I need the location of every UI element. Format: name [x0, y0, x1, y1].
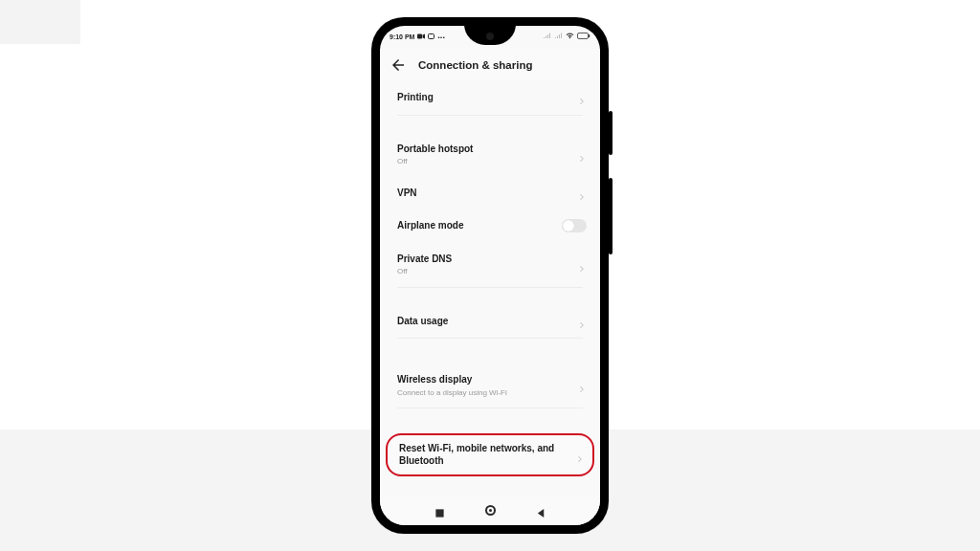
row-subtext: Off [397, 267, 583, 276]
row-private-dns[interactable]: Private DNS Off [380, 243, 600, 287]
wifi-icon [566, 33, 574, 40]
phone-frame: 9:10 PM ••• [371, 17, 609, 534]
row-wireless-display[interactable]: Wireless display Connect to a display us… [380, 364, 600, 408]
status-bar-left: 9:10 PM ••• [390, 33, 445, 40]
nav-back-button[interactable] [536, 505, 546, 516]
chevron-right-icon [577, 93, 587, 102]
row-label: Private DNS [397, 253, 583, 266]
row-subtext: Off [397, 157, 583, 166]
row-label: VPN [397, 187, 583, 200]
row-data-usage[interactable]: Data usage [380, 305, 600, 339]
row-vpn[interactable]: VPN [380, 177, 600, 210]
svg-rect-4 [589, 34, 590, 37]
row-label: Wireless display [397, 374, 583, 386]
more-icon: ••• [437, 34, 445, 40]
status-time: 9:10 PM [390, 33, 414, 40]
section-gap [380, 288, 600, 305]
chevron-right-icon [577, 150, 587, 160]
navigation-bar [380, 495, 600, 525]
chevron-right-icon [577, 381, 587, 390]
battery-icon [577, 33, 590, 40]
app-header: Connection & sharing [380, 49, 600, 81]
airplane-mode-toggle[interactable] [562, 219, 587, 232]
phone-side-button-top [609, 111, 612, 155]
section-gap [380, 339, 600, 364]
row-airplane-mode[interactable]: Airplane mode [380, 209, 600, 243]
settings-list: Printing Portable hotspot Off VPN Airpla… [380, 81, 600, 491]
signal-1-icon [543, 33, 551, 40]
row-reset-networks[interactable]: Reset Wi-Fi, mobile networks, and Blueto… [386, 433, 594, 476]
row-subtext: Connect to a display using Wi-Fi [397, 388, 583, 398]
signal-2-icon [554, 33, 563, 40]
row-label: Airplane mode [397, 220, 583, 232]
status-bar-right [543, 33, 590, 40]
section-gap [380, 116, 600, 133]
row-label: Printing [397, 92, 583, 104]
page-title: Connection & sharing [418, 59, 590, 71]
section-gap [380, 408, 600, 433]
phone-side-button-bottom [609, 178, 612, 254]
back-button[interactable] [390, 56, 407, 74]
video-icon [417, 33, 425, 40]
chevron-right-icon [577, 188, 587, 198]
row-printing[interactable]: Printing [380, 81, 600, 115]
row-label: Portable hotspot [397, 143, 583, 156]
nav-recents-button[interactable] [434, 505, 445, 516]
svg-rect-1 [429, 34, 434, 39]
row-label: Data usage [397, 316, 583, 328]
phone-screen: 9:10 PM ••• [380, 26, 600, 525]
decorative-corner [0, 0, 80, 44]
chevron-right-icon [575, 451, 585, 460]
screenshot-icon [428, 33, 434, 40]
chevron-right-icon [577, 260, 587, 270]
chevron-right-icon [577, 317, 587, 326]
svg-rect-5 [435, 509, 443, 517]
svg-rect-0 [417, 34, 422, 39]
row-label: Reset Wi-Fi, mobile networks, and Blueto… [399, 443, 562, 467]
nav-home-button[interactable] [485, 505, 496, 516]
row-portable-hotspot[interactable]: Portable hotspot Off [380, 133, 600, 177]
